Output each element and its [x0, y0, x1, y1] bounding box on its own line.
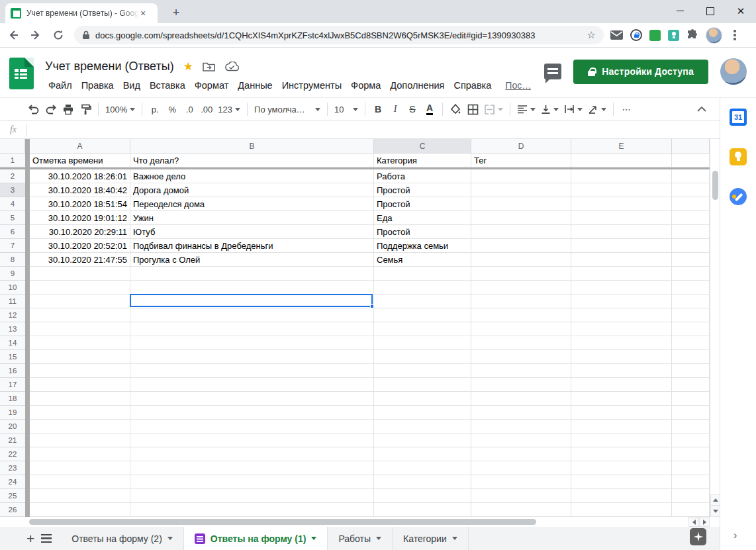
cell-B17[interactable] [130, 378, 374, 392]
cell-B20[interactable] [130, 420, 374, 434]
cell-D16[interactable] [471, 364, 571, 378]
cell-D9[interactable] [471, 267, 571, 281]
spreadsheet-grid[interactable]: ABCDE1Отметка времениЧто делал?Категория… [0, 139, 710, 517]
cell-A12[interactable] [30, 308, 130, 322]
cell-F13[interactable] [672, 322, 710, 336]
cell-E20[interactable] [571, 420, 672, 434]
row-header-18[interactable]: 18 [0, 392, 25, 406]
text-color-button[interactable]: A [421, 101, 438, 118]
mail-extension-icon[interactable] [610, 30, 623, 40]
cell-F10[interactable] [672, 281, 710, 295]
menu-8[interactable]: Форма [346, 77, 385, 93]
row-header-26[interactable]: 26 [0, 503, 25, 517]
cell-F19[interactable] [672, 406, 710, 420]
cell-E18[interactable] [571, 392, 672, 406]
row-header-21[interactable]: 21 [0, 434, 25, 447]
cell-A13[interactable] [30, 322, 130, 336]
cell-D2[interactable] [471, 169, 571, 183]
row-header-19[interactable]: 19 [0, 406, 25, 420]
cell-C21[interactable] [374, 434, 471, 447]
cell-C19[interactable] [374, 406, 471, 420]
row-header-24[interactable]: 24 [0, 475, 25, 489]
cell-C20[interactable] [374, 420, 471, 434]
cell-A4[interactable]: 30.10.2020 18:51:54 [30, 197, 130, 211]
cell-B8[interactable]: Прогулка с Олей [130, 253, 374, 267]
cell-B5[interactable]: Ужин [130, 211, 374, 225]
cloud-saved-icon[interactable] [224, 62, 239, 71]
borders-button[interactable] [464, 101, 481, 118]
cell-D17[interactable] [471, 378, 571, 392]
all-sheets-menu-icon[interactable] [41, 534, 52, 543]
fill-color-button[interactable] [447, 101, 464, 118]
print-button[interactable] [60, 101, 77, 118]
cell-C7[interactable]: Поддержка семьи [374, 239, 471, 253]
address-bar[interactable]: docs.google.com/spreadsheets/d/1CQHcXIS4… [74, 26, 604, 44]
cell-B7[interactable]: Подбивал финансы в Дребеденьги [130, 239, 374, 253]
cell-C24[interactable] [374, 475, 471, 489]
cell-C6[interactable]: Простой [374, 225, 471, 239]
cell-B23[interactable] [130, 461, 374, 475]
cell-F4[interactable] [672, 197, 710, 211]
keep-icon[interactable] [730, 148, 747, 165]
cell-D11[interactable] [471, 295, 571, 308]
cell-B9[interactable] [130, 267, 374, 281]
back-button[interactable] [4, 26, 23, 44]
cell-D4[interactable] [471, 197, 571, 211]
select-all-corner[interactable] [0, 139, 25, 154]
cell-D6[interactable] [471, 225, 571, 239]
zoom-select[interactable]: 100% [103, 101, 138, 118]
cell-A2[interactable]: 30.10.2020 18:26:01 [30, 169, 130, 183]
cell-C17[interactable] [374, 378, 471, 392]
format-currency-button[interactable]: р. [146, 101, 164, 118]
cell-D7[interactable] [471, 239, 571, 253]
cell-A14[interactable] [30, 336, 130, 350]
green-extension-icon[interactable] [649, 30, 661, 41]
cell-B25[interactable] [130, 489, 374, 503]
cell-A5[interactable]: 30.10.2020 19:01:12 [30, 211, 130, 225]
cell-C2[interactable]: Работа [374, 169, 471, 183]
menu-7[interactable]: Инструменты [277, 77, 346, 93]
cell-A16[interactable] [30, 364, 130, 378]
sheet-tab-3[interactable]: Работы [328, 527, 393, 550]
cell-A8[interactable]: 30.10.2020 21:47:55 [30, 253, 130, 267]
cell-C4[interactable]: Простой [374, 197, 471, 211]
menu-1[interactable]: Файл [44, 77, 77, 93]
row-header-9[interactable]: 9 [0, 267, 25, 281]
row-header-20[interactable]: 20 [0, 420, 25, 434]
cell-E7[interactable] [571, 239, 672, 253]
cell-D23[interactable] [471, 461, 571, 475]
row-header-25[interactable]: 25 [0, 489, 25, 503]
cell-B3[interactable]: Дорога домой [130, 183, 374, 197]
cell-B10[interactable] [130, 281, 374, 295]
cell-A7[interactable]: 30.10.2020 20:52:01 [30, 239, 130, 253]
cell-B15[interactable] [130, 350, 374, 364]
sheet-tab-menu-icon[interactable] [167, 537, 173, 543]
row-header-8[interactable]: 8 [0, 253, 25, 267]
cell-D25[interactable] [471, 489, 571, 503]
cell-E3[interactable] [571, 183, 672, 197]
move-to-folder-icon[interactable] [203, 62, 215, 71]
italic-button[interactable]: I [387, 101, 404, 118]
row-header-17[interactable]: 17 [0, 378, 25, 392]
text-wrap-button[interactable] [561, 101, 585, 118]
cell-D18[interactable] [471, 392, 571, 406]
extensions-puzzle-icon[interactable] [686, 29, 698, 41]
cell-E4[interactable] [571, 197, 672, 211]
cell-C23[interactable] [374, 461, 471, 475]
menu-3[interactable]: Вид [118, 77, 145, 93]
column-header-D[interactable]: D [471, 139, 571, 154]
frozen-columns-bar[interactable] [25, 139, 30, 517]
cell-B16[interactable] [130, 364, 374, 378]
cell-E15[interactable] [571, 350, 672, 364]
cell-E25[interactable] [571, 489, 672, 503]
cell-D21[interactable] [471, 434, 571, 447]
cell-B2[interactable]: Важное дело [130, 169, 374, 183]
cell-F24[interactable] [672, 475, 710, 489]
cell-A24[interactable] [30, 475, 130, 489]
explore-button[interactable] [690, 528, 706, 545]
cell-B12[interactable] [130, 308, 374, 322]
cell-F5[interactable] [672, 211, 710, 225]
sheet-tab-2[interactable]: Ответы на форму (1) [184, 527, 328, 550]
cell-E23[interactable] [571, 461, 672, 475]
cell-C26[interactable] [374, 503, 471, 517]
